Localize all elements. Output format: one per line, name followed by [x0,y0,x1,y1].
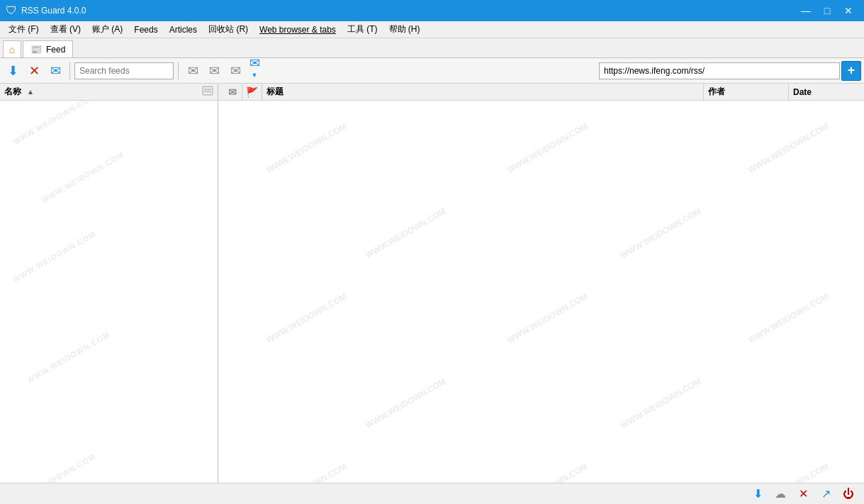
tab-bar: ⌂ 📰 Feed [0,38,864,58]
home-icon: ⌂ [9,44,15,55]
envelope-open-col-icon: ✉ [228,86,237,98]
menu-feeds[interactable]: Feeds [128,21,163,38]
status-power-button[interactable]: ⏻ [838,486,858,503]
feed-tab[interactable]: 📰 Feed [23,40,73,57]
feed-count-icon [202,86,213,98]
filter-dropdown-button[interactable]: ✉▼ [247,61,262,81]
minimize-button[interactable]: — [796,3,816,18]
feeds-panel: 名称 ▲ WWW.WEIDOWN.COM WWW.WEIDOWN.COM WWW… [0,84,218,483]
date-col-header: Date [789,84,860,101]
menu-file[interactable]: 文件 (F) [3,21,45,38]
status-download-icon: ⬇ [753,487,763,500]
menu-help[interactable]: 帮助 (H) [383,21,426,38]
read-status-col-header: ✉ [223,84,242,101]
home-tab[interactable]: ⌂ [3,40,21,57]
filter-important-button[interactable]: ✉ [225,61,245,81]
title-col-header: 标题 [262,84,704,101]
maximize-button[interactable]: □ [817,3,837,18]
app-title: RSS Guard 4.0.0 [21,6,86,16]
status-cloud-icon: ☁ [775,487,786,500]
feeds-column-header: 名称 ▲ [0,84,218,101]
author-col-header: 作者 [704,84,789,101]
filter-all-button[interactable]: ✉ [183,61,203,81]
status-bar: ⬇ ☁ ✕ ↗ ⏻ [0,483,864,504]
feeds-list: WWW.WEIDOWN.COM WWW.WEIDOWN.COM WWW.WEID… [0,101,218,483]
title-bar-controls: — □ ✕ [796,3,858,18]
articles-list: WWW.WEIDOWN.COM WWW.WEIDOWN.COM WWW.WEID… [218,101,864,483]
url-input[interactable] [599,62,840,79]
update-feeds-button[interactable]: ⬇ [3,61,23,81]
envelope-open-icon: ✉ [50,63,61,79]
watermark-right: WWW.WEIDOWN.COM WWW.WEIDOWN.COM WWW.WEID… [218,101,864,483]
mark-read-button[interactable]: ✉ [45,61,65,81]
download-icon: ⬇ [8,63,18,79]
status-expand-icon: ↗ [821,487,831,500]
envelope-unread-icon: ✉ [209,63,220,79]
menu-webbrowser[interactable]: Web browser & tabs [254,21,342,38]
go-button[interactable]: + [841,61,861,81]
menu-account[interactable]: 账户 (A) [86,21,128,38]
title-bar: 🛡 RSS Guard 4.0.0 — □ ✕ [0,0,864,21]
envelope-with-badge-icon: ✉▼ [247,55,262,86]
go-icon: + [848,63,855,78]
title-col-label: 标题 [267,86,284,98]
flag-envelope-col-icon: 🚩 [246,86,258,98]
author-col-label: 作者 [708,86,725,98]
filter-unread-button[interactable]: ✉ [204,61,224,81]
menu-articles[interactable]: Articles [164,21,203,38]
watermark-left: WWW.WEIDOWN.COM WWW.WEIDOWN.COM WWW.WEID… [0,101,218,483]
stop-button[interactable]: ✕ [24,61,44,81]
stop-icon: ✕ [29,63,40,79]
svg-rect-0 [203,86,213,95]
sort-arrow-icon: ▲ [27,88,34,96]
title-bar-left: 🛡 RSS Guard 4.0.0 [6,4,86,17]
date-col-label: Date [793,87,812,97]
toolbar-separator-2 [178,62,179,79]
flag-col-header: 🚩 [242,84,262,101]
articles-panel: ✉ 🚩 标题 作者 Date WWW.WEIDOWN.COM WWW.WEIDO… [218,84,864,483]
search-feeds-input[interactable] [74,62,174,79]
envelope-all-icon: ✉ [188,63,198,79]
url-bar-area: + [599,61,861,81]
status-stop-button[interactable]: ✕ [793,486,813,503]
menu-view[interactable]: 查看 (V) [45,21,86,38]
menu-tools[interactable]: 工具 (T) [342,21,383,38]
menu-recycle[interactable]: 回收站 (R) [203,21,254,38]
articles-column-header: ✉ 🚩 标题 作者 Date [218,84,864,101]
feed-tab-label: Feed [46,45,65,55]
name-column-label: 名称 [4,86,21,98]
menu-bar: 文件 (F) 查看 (V) 账户 (A) Feeds Articles 回收站 … [0,21,864,38]
status-download-button[interactable]: ⬇ [748,486,768,503]
app-icon: 🛡 [6,4,17,17]
toolbar: ⬇ ✕ ✉ ✉ ✉ ✉ ✉▼ + [0,58,864,84]
content-wrapper: 名称 ▲ WWW.WEIDOWN.COM WWW.WEIDOWN.COM WWW… [0,84,864,483]
close-button[interactable]: ✕ [838,3,858,18]
status-expand-button[interactable]: ↗ [816,486,836,503]
feed-tab-icon: 📰 [30,44,42,55]
toolbar-separator-1 [69,62,70,79]
status-power-icon: ⏻ [843,488,854,500]
envelope-flag-icon: ✉ [230,63,241,79]
status-cloud-button[interactable]: ☁ [770,486,790,503]
status-stop-icon: ✕ [799,487,808,500]
